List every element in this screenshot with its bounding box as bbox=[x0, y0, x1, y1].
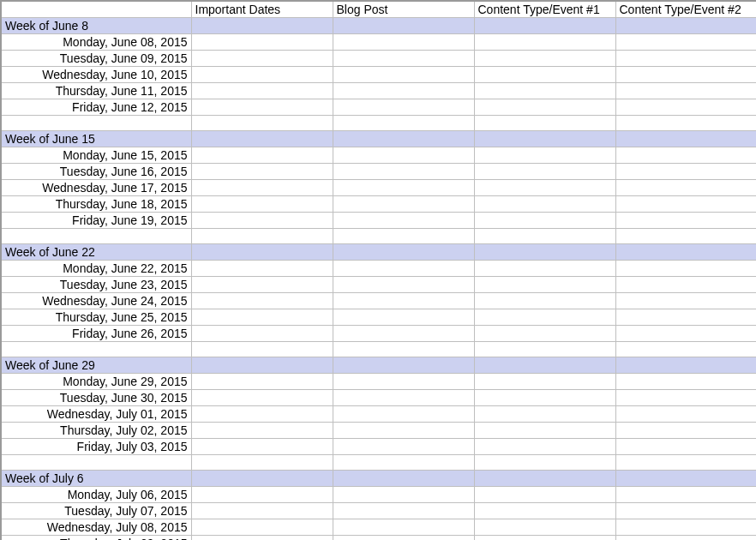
cell-content-1[interactable] bbox=[474, 164, 615, 180]
calendar-table[interactable]: Important DatesBlog PostContent Type/Eve… bbox=[0, 0, 756, 540]
week-header-cell[interactable] bbox=[191, 18, 333, 34]
cell-blog-post[interactable] bbox=[333, 277, 474, 293]
week-header-cell[interactable] bbox=[333, 131, 474, 147]
cell-blog-post[interactable] bbox=[333, 519, 474, 536]
cell-important-dates[interactable] bbox=[191, 487, 333, 503]
spacer-cell[interactable] bbox=[333, 342, 474, 357]
cell-content-2[interactable] bbox=[615, 196, 756, 213]
cell-content-1[interactable] bbox=[474, 196, 615, 213]
cell-content-2[interactable] bbox=[615, 277, 756, 293]
cell-content-2[interactable] bbox=[615, 487, 756, 503]
cell-important-dates[interactable] bbox=[191, 51, 333, 67]
cell-content-2[interactable] bbox=[615, 406, 756, 423]
cell-blog-post[interactable] bbox=[333, 147, 474, 164]
spacer-cell[interactable] bbox=[474, 116, 615, 131]
spacer-cell[interactable] bbox=[615, 116, 756, 131]
cell-content-2[interactable] bbox=[615, 164, 756, 180]
cell-important-dates[interactable] bbox=[191, 147, 333, 164]
cell-important-dates[interactable] bbox=[191, 83, 333, 99]
cell-content-2[interactable] bbox=[615, 51, 756, 67]
cell-blog-post[interactable] bbox=[333, 536, 474, 541]
cell-important-dates[interactable] bbox=[191, 213, 333, 229]
cell-content-1[interactable] bbox=[474, 439, 615, 455]
cell-important-dates[interactable] bbox=[191, 390, 333, 406]
cell-content-1[interactable] bbox=[474, 309, 615, 326]
cell-content-1[interactable] bbox=[474, 34, 615, 51]
cell-content-2[interactable] bbox=[615, 374, 756, 390]
spacer-cell[interactable] bbox=[333, 229, 474, 244]
cell-content-2[interactable] bbox=[615, 519, 756, 536]
cell-content-2[interactable] bbox=[615, 536, 756, 541]
cell-important-dates[interactable] bbox=[191, 261, 333, 277]
spacer-cell[interactable] bbox=[615, 229, 756, 244]
week-header-cell[interactable] bbox=[474, 18, 615, 34]
spacer-cell[interactable] bbox=[615, 455, 756, 471]
cell-blog-post[interactable] bbox=[333, 423, 474, 439]
spacer-cell[interactable] bbox=[191, 455, 333, 471]
spacer-cell[interactable] bbox=[191, 342, 333, 357]
cell-content-2[interactable] bbox=[615, 439, 756, 455]
cell-content-2[interactable] bbox=[615, 261, 756, 277]
cell-important-dates[interactable] bbox=[191, 406, 333, 423]
cell-blog-post[interactable] bbox=[333, 261, 474, 277]
cell-important-dates[interactable] bbox=[191, 423, 333, 439]
week-header-cell[interactable] bbox=[333, 357, 474, 374]
cell-important-dates[interactable] bbox=[191, 34, 333, 51]
cell-content-2[interactable] bbox=[615, 213, 756, 229]
spacer-cell[interactable] bbox=[191, 229, 333, 244]
spacer-cell[interactable] bbox=[474, 229, 615, 244]
cell-content-2[interactable] bbox=[615, 503, 756, 519]
cell-content-2[interactable] bbox=[615, 309, 756, 326]
cell-important-dates[interactable] bbox=[191, 374, 333, 390]
cell-blog-post[interactable] bbox=[333, 374, 474, 390]
cell-blog-post[interactable] bbox=[333, 34, 474, 51]
cell-blog-post[interactable] bbox=[333, 67, 474, 83]
cell-content-1[interactable] bbox=[474, 99, 615, 116]
cell-content-2[interactable] bbox=[615, 293, 756, 309]
spacer-cell[interactable] bbox=[474, 455, 615, 471]
cell-content-2[interactable] bbox=[615, 99, 756, 116]
week-header-cell[interactable] bbox=[474, 131, 615, 147]
cell-blog-post[interactable] bbox=[333, 309, 474, 326]
cell-content-1[interactable] bbox=[474, 83, 615, 99]
cell-blog-post[interactable] bbox=[333, 51, 474, 67]
cell-content-1[interactable] bbox=[474, 487, 615, 503]
cell-content-2[interactable] bbox=[615, 147, 756, 164]
cell-blog-post[interactable] bbox=[333, 439, 474, 455]
week-header-cell[interactable] bbox=[474, 357, 615, 374]
week-header-cell[interactable] bbox=[615, 244, 756, 261]
cell-blog-post[interactable] bbox=[333, 99, 474, 116]
week-header-cell[interactable] bbox=[191, 471, 333, 487]
spacer-cell[interactable] bbox=[1, 229, 191, 244]
cell-important-dates[interactable] bbox=[191, 67, 333, 83]
cell-content-2[interactable] bbox=[615, 423, 756, 439]
week-header-cell[interactable] bbox=[474, 471, 615, 487]
cell-blog-post[interactable] bbox=[333, 196, 474, 213]
cell-content-2[interactable] bbox=[615, 67, 756, 83]
spacer-cell[interactable] bbox=[191, 116, 333, 131]
cell-important-dates[interactable] bbox=[191, 293, 333, 309]
spacer-cell[interactable] bbox=[333, 116, 474, 131]
cell-content-1[interactable] bbox=[474, 67, 615, 83]
cell-important-dates[interactable] bbox=[191, 99, 333, 116]
cell-content-1[interactable] bbox=[474, 406, 615, 423]
week-header-cell[interactable] bbox=[615, 471, 756, 487]
cell-important-dates[interactable] bbox=[191, 277, 333, 293]
cell-blog-post[interactable] bbox=[333, 213, 474, 229]
cell-important-dates[interactable] bbox=[191, 439, 333, 455]
cell-important-dates[interactable] bbox=[191, 536, 333, 541]
cell-content-1[interactable] bbox=[474, 277, 615, 293]
cell-content-1[interactable] bbox=[474, 503, 615, 519]
cell-important-dates[interactable] bbox=[191, 519, 333, 536]
cell-content-1[interactable] bbox=[474, 180, 615, 196]
cell-content-2[interactable] bbox=[615, 180, 756, 196]
spacer-cell[interactable] bbox=[474, 342, 615, 357]
cell-important-dates[interactable] bbox=[191, 503, 333, 519]
cell-blog-post[interactable] bbox=[333, 293, 474, 309]
cell-blog-post[interactable] bbox=[333, 83, 474, 99]
spacer-cell[interactable] bbox=[1, 116, 191, 131]
cell-content-1[interactable] bbox=[474, 51, 615, 67]
week-header-cell[interactable] bbox=[333, 471, 474, 487]
week-header-cell[interactable] bbox=[191, 357, 333, 374]
week-header-cell[interactable] bbox=[191, 244, 333, 261]
